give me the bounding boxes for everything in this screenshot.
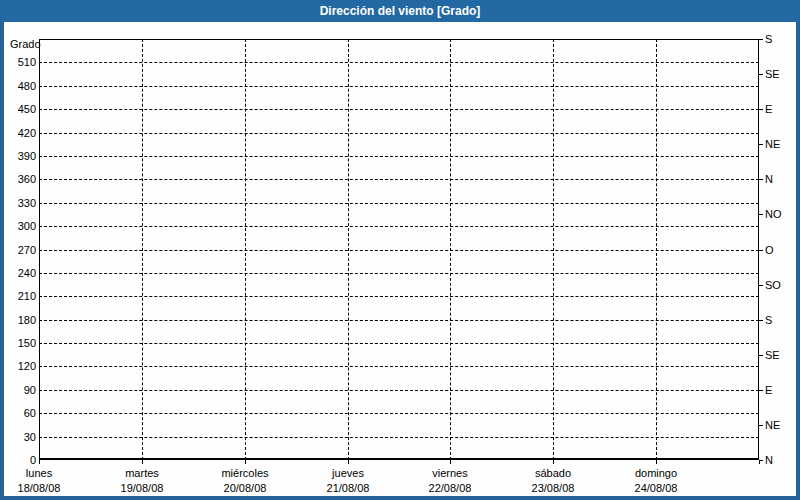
y-axis-right-tick-label: O	[765, 243, 774, 257]
x-axis-tick	[553, 460, 554, 464]
y-axis-right-tick-label: E	[765, 383, 772, 397]
x-axis-day-name: jueves	[293, 466, 403, 481]
x-axis-day-date: 20/08/08	[190, 481, 300, 496]
y-axis-left-tick-label: 60	[6, 406, 36, 420]
y-axis-right-tick-label: E	[765, 102, 772, 116]
x-axis-day-label: jueves21/08/08	[293, 466, 403, 496]
x-axis-day-name: domingo	[601, 466, 711, 481]
y-axis-right-tick	[759, 74, 763, 75]
y-axis-left-tick-label: 120	[6, 359, 36, 373]
y-axis-right-tick	[759, 214, 763, 215]
x-axis-day-label: miércoles20/08/08	[190, 466, 300, 496]
frame-border-bottom	[0, 496, 800, 500]
y-axis-right-tick-label: N	[765, 453, 773, 467]
x-axis-day-date: 23/08/08	[498, 481, 608, 496]
y-axis-left-tick-label: 210	[6, 289, 36, 303]
y-axis-left-tick-label: 270	[6, 243, 36, 257]
x-axis-tick	[142, 460, 143, 464]
x-axis-tick	[450, 460, 451, 464]
y-axis-left-tick-label: 450	[6, 102, 36, 116]
chart-window: Dirección del viento [Grado] Grado 03060…	[0, 0, 800, 500]
x-axis-tick	[245, 460, 246, 464]
x-axis-day-name: miércoles	[190, 466, 300, 481]
x-axis-day-label: lunes18/08/08	[0, 466, 94, 496]
y-axis-right-tick	[759, 390, 763, 391]
chart-content: Grado 0306090120150180210240270300330360…	[4, 22, 796, 496]
y-axis-right-tick	[759, 320, 763, 321]
x-axis-day-label: martes19/08/08	[87, 466, 197, 496]
y-axis-right-tick	[759, 285, 763, 286]
x-axis-day-label: domingo24/08/08	[601, 466, 711, 496]
title-bar: Dirección del viento [Grado]	[0, 0, 800, 22]
x-axis-day-date: 18/08/08	[0, 481, 94, 496]
y-axis-left-tick-label: 0	[6, 453, 36, 467]
y-axis-title: Grado	[10, 37, 41, 51]
y-axis-left-tick-label: 360	[6, 172, 36, 186]
x-axis-day-date: 22/08/08	[395, 481, 505, 496]
y-axis-right-tick-label: NO	[765, 207, 782, 221]
y-axis-right-tick-label: NE	[765, 137, 780, 151]
y-axis-right-tick-label: SE	[765, 67, 780, 81]
y-axis-right-tick	[759, 355, 763, 356]
y-axis-right-tick	[759, 39, 763, 40]
y-axis-right-tick-label: NE	[765, 418, 780, 432]
y-axis-left-tick-label: 90	[6, 383, 36, 397]
y-axis-right-tick	[759, 460, 763, 461]
y-axis-left-tick-label: 480	[6, 79, 36, 93]
y-axis-right-tick	[759, 425, 763, 426]
x-axis-day-name: sábado	[498, 466, 608, 481]
x-axis-day-date: 24/08/08	[601, 481, 711, 496]
frame-border-right	[796, 22, 800, 500]
x-axis-tick	[656, 460, 657, 464]
y-axis-right-tick-label: S	[765, 32, 772, 46]
x-axis-day-label: viernes22/08/08	[395, 466, 505, 496]
y-axis-right-tick-label: SE	[765, 348, 780, 362]
x-axis-day-name: martes	[87, 466, 197, 481]
y-axis-right-tick-label: SO	[765, 278, 781, 292]
y-axis-left-tick-label: 330	[6, 196, 36, 210]
y-axis-left-tick-label: 240	[6, 266, 36, 280]
y-axis-right-tick	[759, 179, 763, 180]
x-axis-tick	[39, 460, 40, 464]
x-axis-day-name: lunes	[0, 466, 94, 481]
chart-title: Dirección del viento [Grado]	[320, 4, 481, 18]
y-axis-left-tick-label: 150	[6, 336, 36, 350]
x-axis-day-name: viernes	[395, 466, 505, 481]
y-axis-left-tick-label: 510	[6, 55, 36, 69]
y-axis-left-tick-label: 180	[6, 313, 36, 327]
x-axis-day-date: 21/08/08	[293, 481, 403, 496]
y-axis-right-tick	[759, 250, 763, 251]
y-axis-left-tick-label: 390	[6, 149, 36, 163]
y-axis-right-tick-label: N	[765, 172, 773, 186]
x-axis-day-date: 19/08/08	[87, 481, 197, 496]
x-axis-tick	[348, 460, 349, 464]
y-axis-right-tick	[759, 144, 763, 145]
y-axis-left-tick-label: 420	[6, 126, 36, 140]
y-axis-right-tick	[759, 109, 763, 110]
y-axis-left-tick-label: 300	[6, 219, 36, 233]
x-axis-day-label: sábado23/08/08	[498, 466, 608, 496]
plot-area	[39, 39, 759, 460]
y-axis-right-tick-label: S	[765, 313, 772, 327]
y-axis-left-tick-label: 30	[6, 430, 36, 444]
